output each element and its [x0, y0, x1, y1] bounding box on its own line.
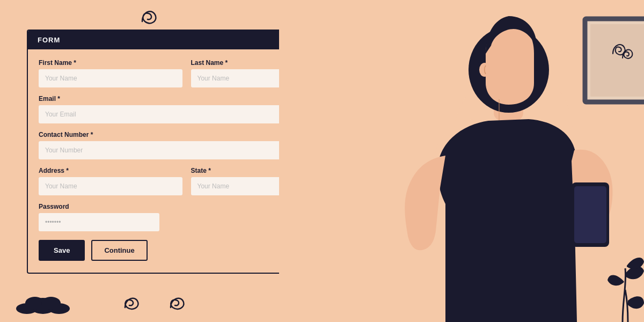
address-input[interactable]	[39, 177, 182, 195]
person-illustration	[279, 0, 644, 322]
deco-bush	[16, 290, 70, 314]
first-name-group: First Name *	[39, 59, 182, 87]
svg-rect-2	[590, 24, 644, 97]
deco-swirl-bottom-mid	[166, 292, 196, 311]
password-group: Password	[39, 203, 159, 231]
continue-button[interactable]: Continue	[91, 240, 147, 261]
password-label: Password	[39, 203, 159, 210]
svg-point-11	[25, 297, 45, 310]
svg-point-10	[48, 303, 70, 314]
svg-point-8	[16, 303, 38, 314]
deco-swirl-bottom-left	[121, 292, 150, 311]
deco-swirl-top-left	[137, 5, 164, 27]
address-group: Address *	[39, 167, 182, 195]
first-name-label: First Name *	[39, 59, 182, 67]
illustration	[279, 0, 644, 322]
first-name-input[interactable]	[39, 69, 182, 87]
svg-rect-7	[574, 186, 606, 243]
password-input[interactable]	[39, 213, 159, 231]
address-label: Address *	[39, 167, 182, 174]
svg-point-9	[30, 298, 56, 314]
svg-point-12	[41, 297, 61, 310]
save-button[interactable]: Save	[39, 240, 85, 261]
